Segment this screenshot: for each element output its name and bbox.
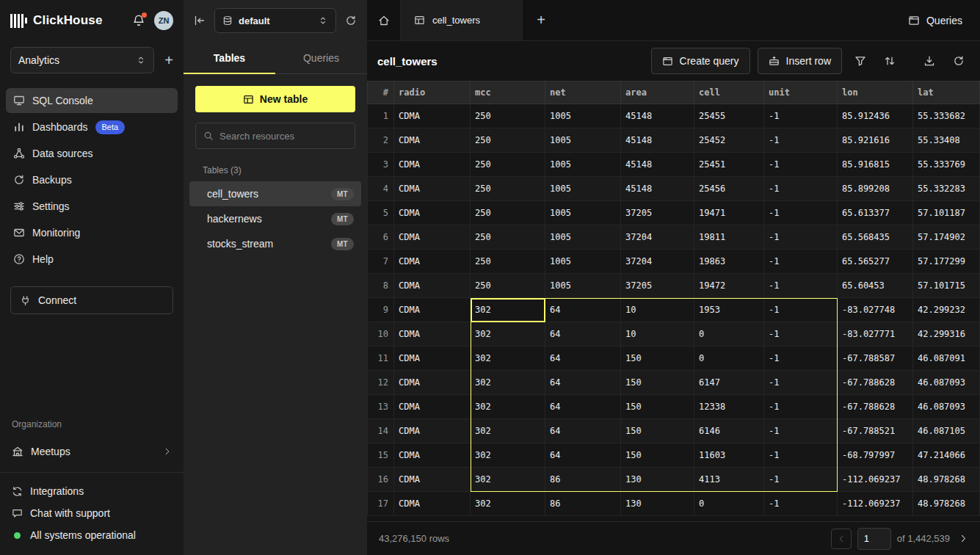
cell-lat[interactable]: 42.299316 bbox=[913, 322, 980, 347]
cell-lon[interactable]: -67.788628 bbox=[838, 371, 913, 395]
row-number[interactable]: 2 bbox=[368, 128, 394, 153]
sidebar-item-settings[interactable]: Settings bbox=[6, 194, 178, 219]
cell-net[interactable]: 1005 bbox=[545, 201, 621, 225]
cell-unit[interactable]: -1 bbox=[764, 492, 838, 516]
row-number[interactable]: 11 bbox=[368, 347, 394, 371]
cell-lat[interactable]: 48.978268 bbox=[913, 492, 980, 516]
sidebar-item-sql-console[interactable]: SQL Console bbox=[6, 88, 178, 113]
cell-mcc[interactable]: 250 bbox=[471, 153, 545, 177]
cell-area[interactable]: 45148 bbox=[621, 153, 694, 177]
cell-lat[interactable]: 46.087105 bbox=[913, 419, 980, 443]
table-list-item-stocks-stream[interactable]: stocks_streamMT bbox=[189, 231, 361, 256]
cell-lon[interactable]: 85.921616 bbox=[838, 128, 913, 153]
cell-lon[interactable]: 65.60453 bbox=[838, 274, 913, 298]
column-header-row-number[interactable]: # bbox=[368, 81, 394, 104]
cell-net[interactable]: 64 bbox=[545, 443, 621, 468]
row-number[interactable]: 1 bbox=[368, 104, 394, 128]
cell-unit[interactable]: -1 bbox=[764, 298, 838, 322]
home-tab[interactable] bbox=[367, 0, 401, 40]
cell-cell[interactable]: 6147 bbox=[694, 371, 764, 395]
connect-button[interactable]: Connect bbox=[10, 286, 173, 314]
cell-area[interactable]: 10 bbox=[621, 298, 694, 322]
cell-mcc[interactable]: 302 bbox=[471, 395, 545, 419]
cell-unit[interactable]: -1 bbox=[764, 347, 838, 371]
cell-net[interactable]: 1005 bbox=[545, 128, 621, 153]
cell-unit[interactable]: -1 bbox=[764, 201, 838, 225]
notifications-button[interactable] bbox=[132, 14, 145, 27]
cell-lon[interactable]: -83.027748 bbox=[838, 298, 913, 322]
cell-lat[interactable]: 57.101715 bbox=[913, 274, 980, 298]
column-header-cell[interactable]: cell bbox=[694, 81, 764, 104]
sidebar-item-monitoring[interactable]: Monitoring bbox=[6, 220, 178, 245]
cell-net[interactable]: 1005 bbox=[545, 153, 621, 177]
tab-cell-towers[interactable]: cell_towers bbox=[401, 0, 523, 40]
cell-area[interactable]: 45148 bbox=[621, 128, 694, 153]
cell-net[interactable]: 86 bbox=[545, 492, 621, 516]
cell-unit[interactable]: -1 bbox=[764, 419, 838, 443]
cell-net[interactable]: 64 bbox=[545, 419, 621, 443]
cell-lat[interactable]: 55.333682 bbox=[913, 104, 980, 128]
cell-lon[interactable]: -67.788628 bbox=[838, 395, 913, 419]
prev-page-button[interactable] bbox=[831, 529, 852, 549]
row-number[interactable]: 16 bbox=[368, 468, 394, 492]
cell-area[interactable]: 130 bbox=[621, 492, 694, 516]
cell-cell[interactable]: 12338 bbox=[694, 395, 764, 419]
refresh-table-button[interactable] bbox=[948, 50, 970, 72]
cell-unit[interactable]: -1 bbox=[764, 104, 838, 128]
cell-lon[interactable]: 65.613377 bbox=[838, 201, 913, 225]
cell-unit[interactable]: -1 bbox=[764, 443, 838, 468]
cell-unit[interactable]: -1 bbox=[764, 274, 838, 298]
refresh-icon[interactable] bbox=[345, 15, 357, 26]
cell-radio[interactable]: CDMA bbox=[394, 177, 471, 201]
cell-lon[interactable]: 85.912436 bbox=[838, 104, 913, 128]
cell-cell[interactable]: 25452 bbox=[694, 128, 764, 153]
cell-unit[interactable]: -1 bbox=[764, 250, 838, 274]
cell-lat[interactable]: 46.087093 bbox=[913, 371, 980, 395]
sidebar-footer-item-chat-with-support[interactable]: Chat with support bbox=[12, 502, 172, 524]
cell-radio[interactable]: CDMA bbox=[394, 322, 471, 347]
row-number[interactable]: 10 bbox=[368, 322, 394, 347]
cell-cell[interactable]: 0 bbox=[694, 322, 764, 347]
cell-lon[interactable]: 85.916815 bbox=[838, 153, 913, 177]
cell-lat[interactable]: 47.214066 bbox=[913, 443, 980, 468]
row-number[interactable]: 6 bbox=[368, 225, 394, 250]
avatar[interactable]: ZN bbox=[154, 11, 173, 30]
cell-mcc[interactable]: 250 bbox=[471, 201, 545, 225]
cell-area[interactable]: 150 bbox=[621, 443, 694, 468]
cell-radio[interactable]: CDMA bbox=[394, 153, 471, 177]
sidebar-footer-item-integrations[interactable]: Integrations bbox=[12, 480, 172, 502]
cell-cell[interactable]: 4113 bbox=[694, 468, 764, 492]
table-list-item-hackernews[interactable]: hackernewsMT bbox=[189, 206, 361, 231]
cell-cell[interactable]: 11603 bbox=[694, 443, 764, 468]
explorer-tab-queries[interactable]: Queries bbox=[275, 41, 367, 74]
row-number[interactable]: 9 bbox=[368, 298, 394, 322]
cell-mcc[interactable]: 302 bbox=[471, 419, 545, 443]
page-input[interactable] bbox=[857, 528, 891, 550]
cell-net[interactable]: 64 bbox=[545, 395, 621, 419]
sidebar-item-help[interactable]: Help bbox=[6, 247, 178, 272]
cell-cell[interactable]: 19863 bbox=[694, 250, 764, 274]
queries-button[interactable]: Queries bbox=[890, 0, 980, 40]
sidebar-item-data-sources[interactable]: Data sources bbox=[6, 141, 178, 166]
cell-lat[interactable]: 42.299232 bbox=[913, 298, 980, 322]
cell-lon[interactable]: 65.568435 bbox=[838, 225, 913, 250]
cell-mcc[interactable]: 250 bbox=[471, 104, 545, 128]
cell-net[interactable]: 64 bbox=[545, 347, 621, 371]
cell-mcc[interactable]: 250 bbox=[471, 274, 545, 298]
column-header-lat[interactable]: lat bbox=[913, 81, 980, 104]
cell-radio[interactable]: CDMA bbox=[394, 104, 471, 128]
cell-mcc[interactable]: 302 bbox=[471, 371, 545, 395]
cell-area[interactable]: 150 bbox=[621, 395, 694, 419]
cell-lon[interactable]: 85.899208 bbox=[838, 177, 913, 201]
cell-area[interactable]: 37205 bbox=[621, 201, 694, 225]
sort-button[interactable] bbox=[879, 50, 901, 72]
cell-lat[interactable]: 46.087091 bbox=[913, 347, 980, 371]
cell-mcc[interactable]: 302 bbox=[471, 492, 545, 516]
cell-lon[interactable]: -67.788587 bbox=[838, 347, 913, 371]
cell-unit[interactable]: -1 bbox=[764, 468, 838, 492]
explorer-tab-tables[interactable]: Tables bbox=[184, 41, 275, 74]
cell-mcc[interactable]: 302 bbox=[471, 298, 545, 322]
column-header-mcc[interactable]: mcc bbox=[471, 81, 545, 104]
insert-row-button[interactable]: Insert row bbox=[758, 48, 842, 74]
column-header-radio[interactable]: radio bbox=[394, 81, 471, 104]
